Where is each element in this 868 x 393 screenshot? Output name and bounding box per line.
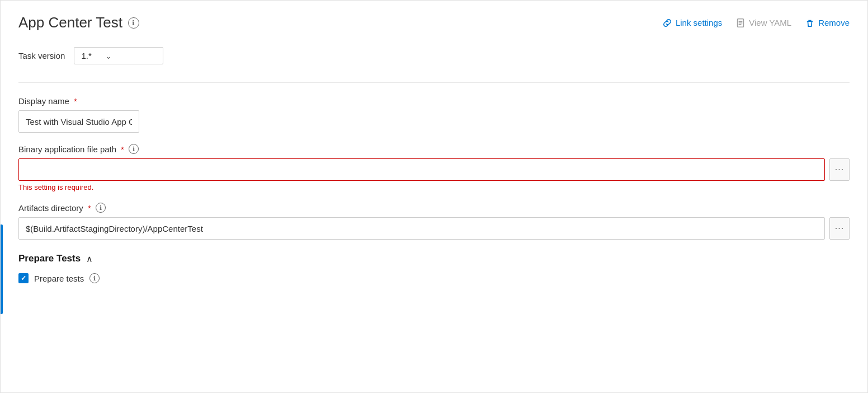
artifacts-ellipsis-button[interactable]: ··· <box>829 217 850 240</box>
collapse-icon[interactable]: ∧ <box>86 254 93 264</box>
view-yaml-button[interactable]: View YAML <box>735 18 791 28</box>
link-icon <box>662 18 672 28</box>
main-card: App Center Test ℹ Link settings <box>0 0 868 393</box>
remove-button[interactable]: Remove <box>805 18 850 28</box>
ellipsis-icon-2: ··· <box>835 223 844 233</box>
link-settings-button[interactable]: Link settings <box>662 18 722 28</box>
page-title: App Center Test <box>18 14 122 31</box>
binary-file-input-row: ··· <box>18 158 850 181</box>
display-name-field: Display name * <box>18 96 850 133</box>
prepare-tests-section-header: Prepare Tests ∧ <box>18 253 850 264</box>
artifacts-info-icon[interactable]: ℹ <box>96 203 106 213</box>
link-settings-label: Link settings <box>676 18 722 27</box>
binary-file-required: * <box>121 144 124 154</box>
binary-file-error-message: This setting is required. <box>18 183 850 191</box>
binary-file-input[interactable] <box>18 158 825 181</box>
checkmark-icon: ✓ <box>21 274 26 282</box>
artifacts-required: * <box>88 203 91 213</box>
display-name-input[interactable] <box>18 110 139 133</box>
divider-1 <box>18 82 850 83</box>
task-version-select[interactable]: 1.* ⌄ <box>74 47 163 64</box>
yaml-icon <box>735 18 746 28</box>
artifacts-input-row: ··· <box>18 217 850 240</box>
header: App Center Test ℹ Link settings <box>18 14 850 31</box>
left-accent-bar <box>1 224 3 314</box>
chevron-down-icon: ⌄ <box>105 52 112 60</box>
prepare-tests-label: Prepare tests <box>34 274 84 283</box>
view-yaml-label: View YAML <box>749 18 791 27</box>
binary-file-label: Binary application file path <box>18 144 116 154</box>
prepare-tests-title: Prepare Tests <box>18 253 81 264</box>
binary-file-path-field: Binary application file path * ℹ ··· Thi… <box>18 144 850 191</box>
display-name-label-row: Display name * <box>18 96 850 106</box>
header-actions: Link settings View YAML Remove <box>662 18 850 28</box>
prepare-tests-info-icon[interactable]: ℹ <box>89 273 100 283</box>
task-version-label: Task version <box>18 51 65 60</box>
title-row: App Center Test ℹ <box>18 14 139 31</box>
remove-label: Remove <box>818 18 850 27</box>
prepare-tests-checkbox[interactable]: ✓ <box>18 273 29 283</box>
display-name-required: * <box>74 96 77 106</box>
artifacts-label: Artifacts directory <box>18 203 83 213</box>
artifacts-directory-input[interactable] <box>18 217 825 240</box>
ellipsis-icon: ··· <box>835 165 844 175</box>
artifacts-directory-field: Artifacts directory * ℹ ··· <box>18 203 850 240</box>
trash-icon <box>805 18 815 28</box>
display-name-label: Display name <box>18 96 69 106</box>
binary-file-info-icon[interactable]: ℹ <box>129 144 139 154</box>
artifacts-label-row: Artifacts directory * ℹ <box>18 203 850 213</box>
task-version-value: 1.* <box>81 51 91 60</box>
title-info-icon[interactable]: ℹ <box>128 17 139 29</box>
binary-file-ellipsis-button[interactable]: ··· <box>829 158 850 181</box>
binary-file-label-row: Binary application file path * ℹ <box>18 144 850 154</box>
prepare-tests-checkbox-row: ✓ Prepare tests ℹ <box>18 273 850 283</box>
task-version-row: Task version 1.* ⌄ <box>18 47 850 64</box>
